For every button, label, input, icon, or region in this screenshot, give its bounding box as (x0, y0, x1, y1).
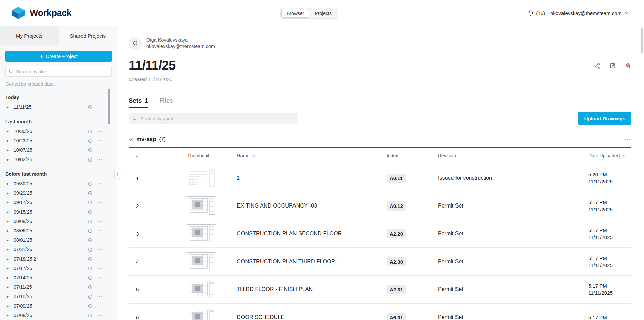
expand-caret-icon[interactable]: ▶ (7, 314, 10, 317)
sidebar-scrollbar[interactable] (108, 89, 110, 124)
set-group-more-icon[interactable]: ⋯ (625, 136, 631, 143)
delete-button[interactable] (625, 62, 631, 69)
upload-drawings-button[interactable]: Upload Drawings (578, 112, 631, 125)
clock-icon[interactable] (88, 200, 93, 205)
clock-icon[interactable] (88, 304, 93, 309)
tab-shared-projects[interactable]: Shared Projects (59, 26, 117, 45)
sidebar-project-item[interactable]: ▶07/18/25 2⋯ (0, 254, 117, 264)
sidebar-project-item[interactable]: ▶08/06/25⋯ (0, 226, 117, 235)
clock-icon[interactable] (88, 219, 93, 224)
drawing-thumbnail[interactable] (187, 169, 237, 187)
drawing-thumbnail[interactable] (187, 252, 237, 271)
clock-icon[interactable] (88, 294, 93, 299)
logo[interactable]: Workpack (11, 6, 71, 20)
sidebar-project-item[interactable]: ▶07/17/25⋯ (0, 264, 117, 273)
more-options-icon[interactable]: ⋯ (97, 209, 102, 215)
expand-caret-icon[interactable]: ▶ (7, 295, 10, 298)
drawing-row[interactable]: 2EXITING AND OCCUPANCY -03A0.12Permit Se… (129, 192, 631, 220)
drawing-row[interactable]: 6DOOR SCHEDULEA6.01Permit Set5:17 PM (129, 304, 631, 320)
sidebar-project-item[interactable]: ▶07/09/25⋯ (0, 301, 117, 311)
drawing-name[interactable]: CONSTRUCTION PLAN THIRD FLOOR - (237, 259, 387, 265)
drawing-row[interactable]: 11A0.11Issued for construction5:20 PM11/… (129, 164, 631, 192)
clock-icon[interactable] (88, 138, 93, 143)
set-group-header[interactable]: mv-asp (7) ⋯ (129, 136, 631, 148)
more-options-icon[interactable]: ⋯ (97, 128, 102, 134)
more-options-icon[interactable]: ⋯ (97, 147, 102, 153)
drawing-name[interactable]: THIRD FLOOR - FINISH PLAN (237, 286, 387, 292)
clock-icon[interactable] (88, 275, 93, 280)
clock-icon[interactable] (88, 313, 93, 318)
sidebar-project-item[interactable]: ▶09/17/25⋯ (0, 198, 117, 207)
sidebar-project-item[interactable]: ▶10/23/25⋯ (0, 136, 117, 145)
more-options-icon[interactable]: ⋯ (97, 190, 102, 196)
toggle-projects-button[interactable]: Projects (309, 9, 337, 18)
clock-icon[interactable] (88, 181, 93, 186)
more-options-icon[interactable]: ⋯ (97, 104, 102, 110)
more-options-icon[interactable]: ⋯ (97, 303, 102, 309)
more-options-icon[interactable]: ⋯ (97, 256, 102, 262)
more-options-icon[interactable]: ⋯ (97, 138, 102, 144)
tab-files[interactable]: Files (159, 97, 173, 108)
sort-by-name-icon[interactable]: ↑↓ (252, 153, 255, 158)
sidebar-project-item[interactable]: ▶10/30/25⋯ (0, 127, 117, 136)
toggle-browser-button[interactable]: Browser (281, 9, 309, 18)
expand-caret-icon[interactable]: ▶ (7, 258, 10, 261)
drawing-thumbnail[interactable] (187, 308, 237, 320)
expand-caret-icon[interactable]: ▶ (7, 229, 10, 232)
sidebar-project-item[interactable]: ▶07/11/25⋯ (0, 282, 117, 292)
more-options-icon[interactable]: ⋯ (97, 265, 102, 271)
name-search[interactable] (129, 113, 298, 124)
drawing-thumbnail[interactable] (187, 280, 237, 299)
expand-caret-icon[interactable]: ▶ (7, 106, 10, 109)
more-options-icon[interactable]: ⋯ (97, 312, 102, 318)
user-email[interactable]: okovalevskay@themsteam.com (550, 10, 622, 16)
sort-by-date-icon[interactable]: ↑↓ (622, 153, 625, 158)
drawing-name[interactable]: EXITING AND OCCUPANCY -03 (237, 203, 387, 209)
clock-icon[interactable] (88, 257, 93, 262)
more-options-icon[interactable]: ⋯ (97, 156, 102, 163)
expand-caret-icon[interactable]: ▶ (7, 248, 10, 251)
drawing-name[interactable]: DOOR SCHEDULE (237, 314, 387, 320)
more-options-icon[interactable]: ⋯ (97, 218, 102, 224)
sidebar-project-item[interactable]: ▶10/02/25⋯ (0, 155, 117, 164)
expand-caret-icon[interactable]: ▶ (7, 239, 10, 242)
expand-caret-icon[interactable]: ▶ (7, 305, 10, 308)
sidebar-search[interactable] (5, 66, 112, 77)
more-options-icon[interactable]: ⋯ (97, 275, 102, 281)
clock-icon[interactable] (88, 148, 93, 153)
drawing-row[interactable]: 4CONSTRUCTION PLAN THIRD FLOOR -A2.30Per… (129, 248, 631, 276)
edit-button[interactable] (609, 62, 616, 69)
sidebar-project-item[interactable]: ▶09/30/25⋯ (0, 179, 117, 188)
sidebar-project-item[interactable]: ▶09/15/25⋯ (0, 207, 117, 217)
more-options-icon[interactable]: ⋯ (97, 199, 102, 205)
drawing-name[interactable]: CONSTRUCTION PLAN SECOND FLOOR - (237, 231, 387, 237)
expand-caret-icon[interactable]: ▶ (7, 192, 10, 195)
expand-caret-icon[interactable]: ▶ (7, 220, 10, 223)
notification-count[interactable]: (10) (536, 10, 545, 16)
search-by-title-input[interactable] (16, 69, 108, 74)
sidebar-project-item[interactable]: ▶09/29/25⋯ (0, 188, 117, 198)
sidebar-project-item[interactable]: ▶11/11/25⋯ (0, 102, 117, 112)
more-options-icon[interactable]: ⋯ (97, 228, 102, 234)
expand-caret-icon[interactable]: ▶ (7, 182, 10, 185)
expand-caret-icon[interactable]: ▶ (7, 130, 10, 133)
tab-sets[interactable]: Sets 1 (129, 97, 148, 108)
drawing-name[interactable]: 1 (237, 175, 387, 181)
drawing-row[interactable]: 5THIRD FLOOR - FINISH PLANA2.31Permit Se… (129, 276, 631, 304)
clock-icon[interactable] (88, 238, 93, 243)
drawing-row[interactable]: 3CONSTRUCTION PLAN SECOND FLOOR -A2.20Pe… (129, 220, 631, 248)
more-options-icon[interactable]: ⋯ (97, 181, 102, 187)
clock-icon[interactable] (88, 105, 93, 110)
more-options-icon[interactable]: ⋯ (97, 284, 102, 290)
share-button[interactable] (594, 62, 601, 69)
expand-caret-icon[interactable]: ▶ (7, 158, 10, 161)
more-options-icon[interactable]: ⋯ (97, 237, 102, 243)
expand-caret-icon[interactable]: ▶ (7, 201, 10, 204)
clock-icon[interactable] (88, 266, 93, 271)
sidebar-project-item[interactable]: ▶07/08/25⋯ (0, 311, 117, 320)
clock-icon[interactable] (88, 157, 93, 162)
sidebar-collapse-handle[interactable]: ∥ (114, 168, 120, 179)
create-project-button[interactable]: + Create Project (5, 51, 112, 62)
more-options-icon[interactable]: ⋯ (97, 246, 102, 253)
sidebar-project-item[interactable]: ▶08/08/25⋯ (0, 217, 117, 226)
